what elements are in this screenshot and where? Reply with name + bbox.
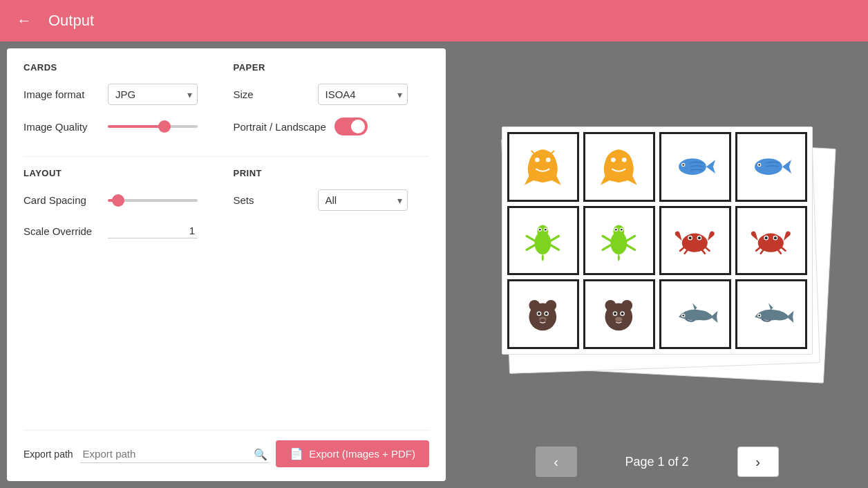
svg-point-0: [535, 158, 540, 162]
export-button[interactable]: 📄 Export (Images + PDF): [276, 440, 429, 467]
card-8: [735, 206, 807, 276]
dragon-icon-2: [595, 144, 643, 189]
quality-slider-container: [108, 125, 198, 128]
svg-point-3: [622, 158, 627, 162]
card-5: [507, 206, 579, 276]
export-path-input[interactable]: [80, 445, 270, 463]
svg-point-9: [759, 164, 761, 166]
svg-point-1: [546, 158, 551, 162]
paper-label: PAPER: [234, 62, 430, 73]
svg-point-11: [538, 225, 549, 238]
back-arrow-icon: ←: [17, 12, 32, 30]
sets-label: Sets: [234, 194, 310, 206]
svg-point-51: [621, 312, 624, 315]
next-page-button[interactable]: ›: [737, 447, 779, 477]
sets-dropdown[interactable]: All 1 2 3: [318, 189, 408, 211]
dolphin-icon-1: [671, 292, 719, 337]
header: ← Output: [0, 0, 868, 41]
main-content: CARDS PAPER Image format JPG PNG BMP: [0, 41, 868, 488]
svg-point-56: [759, 315, 761, 317]
quality-portrait-row: Image Quality Portrait / Landscape: [23, 118, 429, 148]
svg-point-15: [545, 229, 547, 231]
card-spacing-slider[interactable]: [108, 199, 198, 202]
svg-point-6: [683, 164, 685, 166]
svg-point-41: [545, 312, 548, 315]
pagination: ‹ Page 1 of 2 ›: [453, 440, 861, 481]
svg-point-49: [614, 312, 616, 315]
image-format-dropdown[interactable]: JPG PNG BMP: [108, 84, 198, 105]
card-2: [583, 132, 655, 202]
size-dropdown[interactable]: ISOA4 A4 Letter A3: [318, 84, 408, 105]
svg-point-39: [538, 312, 540, 315]
portrait-landscape-toggle[interactable]: [334, 118, 368, 135]
size-row: Size ISOA4 A4 Letter A3: [234, 84, 430, 105]
image-quality-row: Image Quality: [23, 118, 220, 135]
pdf-icon: 📄: [290, 447, 303, 460]
svg-point-54: [683, 315, 685, 317]
gecko-icon-2: [595, 218, 643, 263]
svg-point-19: [615, 229, 617, 231]
size-dropdown-wrapper: ISOA4 A4 Letter A3: [318, 84, 408, 105]
crab-icon-1: [671, 218, 719, 263]
spacing-sets-row: Card Spacing Sets All 1 2 3: [23, 189, 429, 223]
image-format-dropdown-wrapper: JPG PNG BMP: [108, 84, 198, 105]
preview-panel: ‹ Page 1 of 2 ›: [446, 41, 868, 488]
card-6: [583, 206, 655, 276]
card-9: [507, 279, 579, 349]
search-icon: 🔍: [254, 448, 267, 460]
svg-point-27: [698, 236, 701, 239]
gecko-icon-1: [519, 218, 567, 263]
dolphin-icon-2: [747, 292, 795, 337]
card-12: [735, 279, 807, 349]
back-button[interactable]: ←: [14, 9, 35, 32]
export-button-label: Export (Images + PDF): [309, 448, 415, 460]
card-4: [735, 132, 807, 202]
card-spacing-label: Card Spacing: [23, 194, 100, 206]
svg-point-31: [765, 236, 768, 239]
fish-icon-2: [747, 144, 795, 189]
card-11: [659, 279, 731, 349]
paper-stack: [491, 120, 823, 368]
image-format-row: Image format JPG PNG BMP: [23, 84, 220, 105]
card-3: [659, 132, 731, 202]
settings-panel: CARDS PAPER Image format JPG PNG BMP: [7, 48, 446, 481]
next-icon: ›: [755, 454, 760, 470]
portrait-landscape-row: Portrait / Landscape: [234, 118, 430, 135]
svg-point-43: [540, 319, 545, 321]
layout-label: LAYOUT: [23, 168, 220, 178]
svg-point-33: [774, 236, 777, 239]
size-label: Size: [234, 88, 310, 100]
image-quality-slider[interactable]: [108, 125, 198, 128]
page-title: Output: [48, 12, 94, 30]
browse-button[interactable]: 🔍: [252, 446, 269, 462]
layout-print-headers: LAYOUT PRINT: [23, 168, 429, 189]
sets-row: Sets All 1 2 3: [234, 189, 430, 211]
prev-page-button[interactable]: ‹: [536, 447, 577, 477]
image-format-label: Image format: [23, 88, 100, 100]
layout-section-header: LAYOUT: [23, 168, 220, 189]
svg-point-21: [621, 229, 623, 231]
scale-override-label: Scale Override: [23, 225, 100, 237]
svg-point-23: [685, 233, 705, 247]
divider-1: [23, 156, 429, 157]
card-10: [583, 279, 655, 349]
scale-override-row: Scale Override: [23, 223, 429, 238]
cards-section-header: CARDS: [23, 62, 220, 84]
export-path-wrapper: 🔍: [80, 445, 270, 463]
format-size-row: Image format JPG PNG BMP Size ISOA4: [23, 84, 429, 118]
svg-point-29: [761, 233, 781, 247]
dragon-icon-1: [519, 144, 567, 189]
panel-footer: Export path 🔍 📄 Export (Images + PDF): [23, 430, 429, 467]
preview-area: [453, 48, 861, 440]
crab-icon-2: [747, 218, 795, 263]
scale-override-input[interactable]: [108, 223, 198, 238]
svg-point-2: [611, 158, 616, 162]
page-info: Page 1 of 2: [588, 455, 726, 469]
svg-point-17: [614, 225, 625, 238]
svg-point-13: [539, 229, 541, 231]
spacing-slider-container: [108, 199, 198, 202]
paper-sheet-front: [502, 126, 813, 355]
print-label: PRINT: [234, 168, 430, 178]
paper-section-header: PAPER: [234, 62, 430, 84]
sets-dropdown-wrapper: All 1 2 3: [318, 189, 408, 211]
